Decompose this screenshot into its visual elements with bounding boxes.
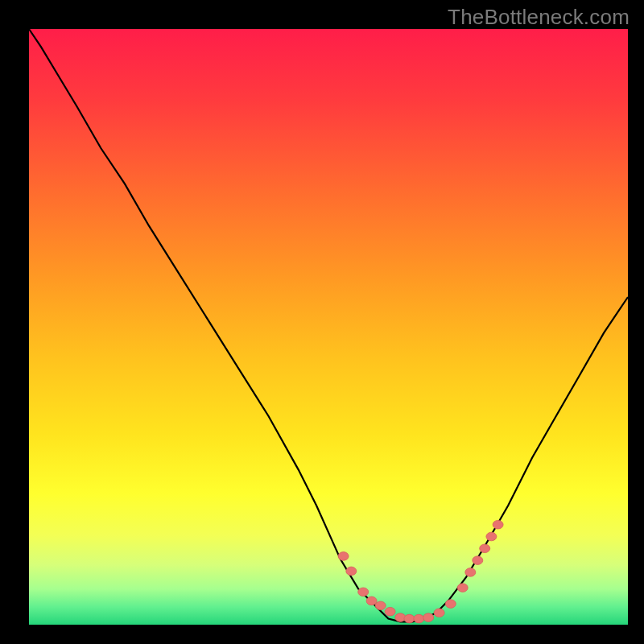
highlight-dot — [434, 609, 444, 617]
highlight-dot — [493, 520, 503, 529]
highlight-dot — [445, 600, 456, 609]
highlight-dot — [404, 614, 415, 623]
chart-container: TheBottleneck.com — [0, 0, 644, 644]
highlight-dot — [486, 532, 497, 541]
highlight-dot — [414, 614, 424, 623]
highlight-dot — [457, 584, 468, 592]
highlight-dot — [480, 544, 490, 553]
highlight-dot — [375, 601, 386, 610]
bottleneck-chart — [0, 0, 644, 644]
watermark-text: TheBottleneck.com — [448, 5, 630, 30]
highlight-dot — [366, 597, 377, 605]
highlight-dot — [423, 613, 434, 622]
highlight-dot — [338, 552, 349, 561]
highlight-dot — [385, 607, 395, 616]
highlight-dot — [346, 567, 357, 576]
plot-background — [29, 29, 628, 625]
highlight-dot — [358, 588, 369, 597]
highlight-dot — [465, 568, 476, 577]
highlight-dot — [473, 556, 483, 565]
